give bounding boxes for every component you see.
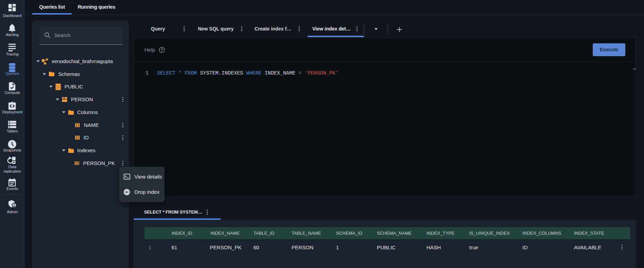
svg-text:?: ?	[161, 48, 163, 52]
